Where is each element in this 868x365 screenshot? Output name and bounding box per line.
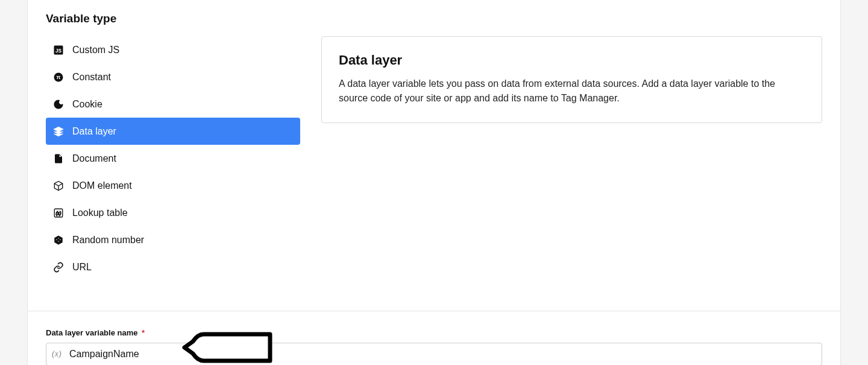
page-container: Variable type JS Custom JS π Constant: [27, 0, 841, 365]
type-item-document[interactable]: Document: [46, 145, 300, 172]
type-item-label: Lookup table: [72, 208, 128, 218]
type-item-label: Data layer: [72, 126, 116, 137]
lookup-icon: (x): [53, 208, 64, 218]
svg-point-5: [57, 106, 58, 107]
js-icon: JS: [53, 45, 64, 56]
type-item-dom-element[interactable]: DOM element: [46, 172, 300, 199]
svg-point-10: [58, 238, 59, 239]
svg-text:π: π: [57, 74, 61, 80]
required-indicator: *: [142, 328, 145, 337]
info-card: Data layer A data layer variable lets yo…: [321, 36, 822, 123]
constant-icon: π: [53, 72, 64, 83]
link-icon: [53, 262, 64, 273]
type-item-cookie[interactable]: Cookie: [46, 90, 300, 118]
variable-name-label: Data layer variable name *: [46, 328, 145, 337]
info-title: Data layer: [339, 52, 805, 68]
svg-point-4: [56, 103, 57, 104]
svg-text:JS: JS: [55, 48, 62, 53]
type-item-random-number[interactable]: Random number: [46, 226, 300, 253]
document-icon: [53, 153, 64, 164]
type-item-label: URL: [72, 262, 92, 273]
input-wrapper: (x): [46, 343, 822, 365]
info-description: A data layer variable lets you pass on d…: [339, 77, 805, 106]
svg-point-11: [60, 239, 61, 240]
type-item-label: Random number: [72, 235, 144, 246]
info-column: Data layer A data layer variable lets yo…: [321, 36, 822, 281]
type-item-label: Document: [72, 153, 116, 164]
label-text: Data layer variable name: [46, 328, 137, 337]
field-area: Data layer variable name * (x): [28, 311, 840, 365]
cube-icon: [53, 180, 64, 191]
section-title: Variable type: [46, 12, 822, 25]
variable-name-input[interactable]: [46, 343, 822, 365]
variable-type-list: JS Custom JS π Constant: [46, 36, 300, 281]
type-item-label: Constant: [72, 72, 111, 83]
svg-text:(x): (x): [56, 211, 61, 216]
svg-point-12: [58, 241, 59, 242]
content-area: Variable type JS Custom JS π Constant: [28, 0, 840, 281]
variable-type-column: JS Custom JS π Constant: [46, 36, 300, 281]
dice-icon: [53, 235, 64, 246]
type-item-label: Custom JS: [72, 45, 119, 56]
layers-icon: [53, 126, 64, 137]
type-item-label: DOM element: [72, 180, 132, 191]
type-item-url[interactable]: URL: [46, 253, 300, 281]
svg-point-9: [56, 239, 57, 240]
svg-point-6: [59, 105, 60, 106]
type-item-custom-js[interactable]: JS Custom JS: [46, 36, 300, 63]
type-item-data-layer[interactable]: Data layer: [46, 118, 300, 145]
type-item-lookup-table[interactable]: (x) Lookup table: [46, 199, 300, 226]
type-item-label: Cookie: [72, 99, 102, 110]
two-column-layout: JS Custom JS π Constant: [46, 36, 822, 281]
type-item-constant[interactable]: π Constant: [46, 63, 300, 90]
cookie-icon: [53, 99, 64, 110]
